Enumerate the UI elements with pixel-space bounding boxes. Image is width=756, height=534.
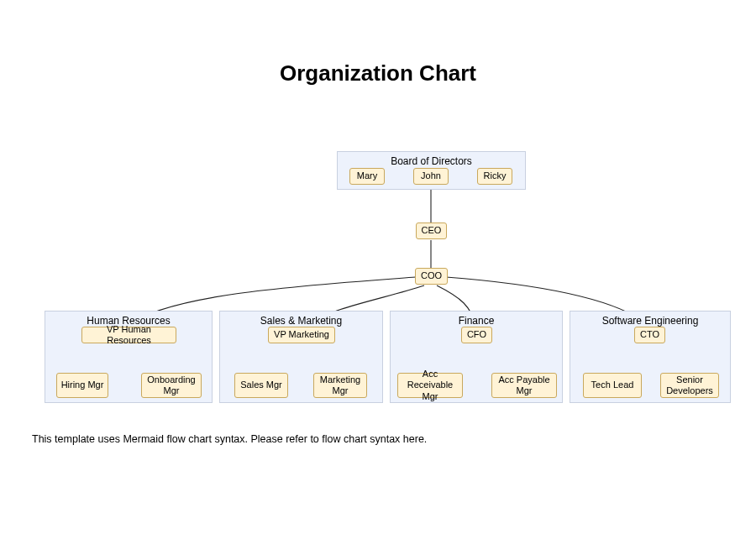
- node-mary: Mary: [349, 168, 385, 185]
- page-title: Organization Chart: [0, 60, 756, 86]
- node-ricky: Ricky: [477, 168, 512, 185]
- footer-text: This template uses Mermaid flow chart sy…: [32, 433, 427, 445]
- node-finance-report1: Acc Payable Mgr: [491, 373, 557, 398]
- node-hr-head: VP Human Resources: [81, 327, 176, 343]
- node-finance-head: CFO: [461, 327, 492, 343]
- group-finance-title: Finance: [391, 315, 562, 327]
- node-john: John: [413, 168, 449, 185]
- node-eng-report0: Tech Lead: [583, 373, 642, 398]
- node-hr-report1: Onboarding Mgr: [141, 373, 202, 398]
- node-sales-report0: Sales Mgr: [234, 373, 288, 398]
- group-board-title: Board of Directors: [338, 155, 525, 167]
- group-eng-title: Software Engineering: [570, 315, 730, 327]
- node-sales-head: VP Marketing: [268, 327, 335, 343]
- node-eng-head: CTO: [634, 327, 665, 343]
- node-finance-report0: Acc Receivable Mgr: [397, 373, 463, 398]
- group-sales-title: Sales & Marketing: [220, 315, 382, 327]
- node-coo: COO: [415, 268, 448, 285]
- node-hr-report0: Hiring Mgr: [56, 373, 108, 398]
- node-sales-report1: Marketing Mgr: [313, 373, 367, 398]
- node-eng-report1: Senior Developers: [660, 373, 719, 398]
- node-ceo: CEO: [416, 222, 447, 239]
